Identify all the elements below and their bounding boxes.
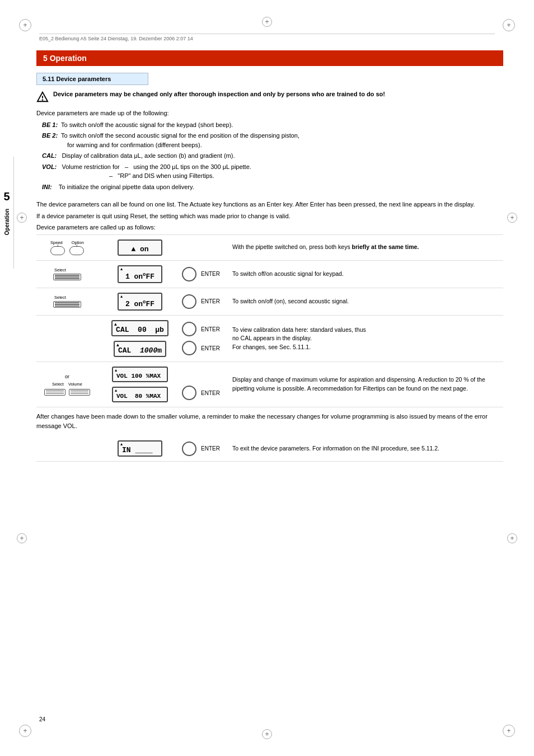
select-button-3[interactable] [53, 301, 81, 308]
col3-row3: ENTER [182, 294, 227, 309]
s-line [71, 393, 88, 395]
body-para2: If a device parameter is quit using Rese… [36, 212, 503, 221]
col3-row4: ENTER ENTER [182, 322, 227, 355]
chapter-side-label: Operation [4, 209, 10, 235]
lcd-text-2onoff: 2 onoFF [125, 299, 154, 308]
diagram-row-1: Speed Option ↓ ↓ ▲ on [36, 234, 503, 261]
svg-point-1 [43, 100, 43, 100]
vol-select-group: or Select Volume [44, 374, 90, 396]
lcd-cal2-indicator: ▲ [116, 342, 119, 348]
col2-row2: ▲ 1 onoFF [104, 265, 176, 283]
s-line [55, 275, 79, 276]
param-be1: BE 1: To switch on/off the acoustic sign… [36, 120, 503, 130]
lcd-cal1-indicator: ▲ [114, 322, 117, 327]
enter-button-4a[interactable] [182, 322, 196, 336]
s-line [46, 393, 64, 395]
sv-labels: Select Volume [52, 382, 82, 387]
s-line [55, 278, 79, 279]
so-labels: Speed Option [50, 240, 84, 245]
param-be2: BE 2: To switch on/off the second acoust… [36, 131, 503, 149]
lcd-indicator-2: ▲ [120, 294, 123, 299]
lcd-display-1onoff: ▲ 1 onoFF [118, 265, 162, 283]
corner-crosshair-bl [17, 722, 34, 739]
lcd-display-vol1: ▲ VOL 100 %MAX [112, 367, 168, 382]
lcd-text-on: ▲ on [131, 245, 148, 253]
col2-row3: ▲ 2 onoFF [104, 293, 176, 311]
enter-label-3: ENTER [201, 298, 220, 304]
s-line [71, 392, 88, 393]
s-line [55, 304, 79, 305]
warning-text: Device parameters may be changed only af… [53, 91, 385, 97]
enter-button-5[interactable] [182, 386, 196, 400]
s-line [71, 390, 88, 391]
select-label-v: Select [52, 382, 64, 387]
enter-label-bottom: ENTER [201, 445, 220, 452]
enter-label-4a: ENTER [201, 326, 220, 332]
option-arrow: ↓ [76, 242, 78, 247]
lcd-text-cal1: CAL 00 μb [116, 326, 164, 334]
lcd-display-on: ▲ on [118, 240, 162, 256]
side-crosshair-bottom-center [262, 729, 272, 739]
after-diagram-text: After changes have been made down to the… [36, 412, 503, 430]
param-vol: VOL: Volume restriction for – using the … [36, 162, 503, 181]
warning-triangle-icon [36, 91, 49, 103]
diagram-row-3: Select ▲ 2 onoFF ENTER To [36, 288, 503, 316]
lcd-display-vol2: ▲ VOL 80 %MAX [112, 387, 168, 402]
body-para3: Device parameters are called up as follo… [36, 223, 503, 232]
select-button-group-2: Select [53, 267, 81, 280]
main-content: 5 Operation 5.11 Device parameters Devic… [36, 50, 503, 462]
lcd-display-cal1: ▲ CAL 00 μb [111, 320, 168, 336]
diagram-row-bottom: ▲ IN ____ ENTER To exit the device param… [36, 436, 503, 462]
enter-button-3[interactable] [182, 294, 196, 309]
speed-arrow: ↓ [57, 242, 59, 247]
col1-row3: Select [36, 295, 98, 308]
col3-row2: ENTER [182, 267, 227, 281]
enter-label-4b: ENTER [201, 345, 220, 351]
lcd-ini-indicator: ▲ [120, 442, 123, 447]
select-label-3: Select [53, 295, 66, 300]
s-line [55, 276, 79, 278]
select-btn-vol[interactable] [44, 389, 65, 396]
lcd-indicator-1: ▲ [120, 267, 123, 271]
lcd-vol1-indicator: ▲ [115, 368, 117, 373]
warning-box: Device parameters may be changed only af… [36, 91, 503, 103]
corner-crosshair-tr [500, 17, 517, 34]
side-crosshair-right-bottom [507, 533, 517, 543]
select-button-group-3: Select [53, 295, 81, 308]
body-para1: The device parameters can all be found o… [36, 200, 503, 209]
col1-row5: or Select Volume [36, 374, 98, 396]
so-buttons: ↓ ↓ [50, 246, 84, 255]
volume-label: Volume [68, 382, 82, 387]
col2-row1: ▲ on [104, 240, 176, 256]
enter-button-2[interactable] [182, 267, 196, 281]
enter-label-5: ENTER [201, 390, 220, 396]
side-crosshair-top-center [262, 17, 272, 27]
param-cal: CAL: Display of calibration data μL, axl… [36, 151, 503, 161]
col4-row1: With the pipette switched on, press both… [232, 243, 503, 252]
diagram-row-4: ▲ CAL 00 μb ▲ CAL 1000m ENTER ENTER [36, 316, 503, 362]
s-line [46, 390, 64, 391]
volume-btn[interactable] [69, 389, 90, 396]
corner-crosshair-br [500, 722, 517, 739]
select-label-2: Select [53, 267, 66, 273]
enter-button-4b[interactable] [182, 341, 196, 355]
col4-row3: To switch on/off (on), second acoustic s… [232, 297, 503, 306]
option-button[interactable]: ↓ [69, 246, 84, 255]
side-crosshair-right-top [507, 213, 517, 223]
diagram-row-5: or Select Volume [36, 362, 503, 407]
select-button-2[interactable] [53, 274, 81, 280]
col2-row4: ▲ CAL 00 μb ▲ CAL 1000m [104, 320, 176, 357]
col1-row1: Speed Option ↓ ↓ [36, 240, 98, 255]
corner-crosshair-tl [17, 17, 34, 34]
col4-row2: To switch off/on acoustic signal for key… [232, 270, 503, 279]
lcd-text-1onoff: 1 onoFF [125, 272, 154, 281]
param-ini: INI: To initialize the original pipette … [36, 182, 503, 192]
lcd-text-vol2: VOL 80 %MAX [116, 393, 161, 400]
col2-bottom: ▲ IN ____ [104, 440, 176, 457]
print-info: E05_2 Bedienung A5 Seite 24 Dienstag, 19… [39, 34, 495, 41]
enter-button-bottom[interactable] [182, 442, 196, 456]
side-crosshair-left-top [17, 213, 27, 223]
col2-row5: ▲ VOL 100 %MAX ▲ VOL 80 %MAX [104, 367, 176, 402]
intro-text: Device parameters are made up of the fol… [36, 109, 503, 118]
speed-button[interactable]: ↓ [50, 246, 65, 255]
